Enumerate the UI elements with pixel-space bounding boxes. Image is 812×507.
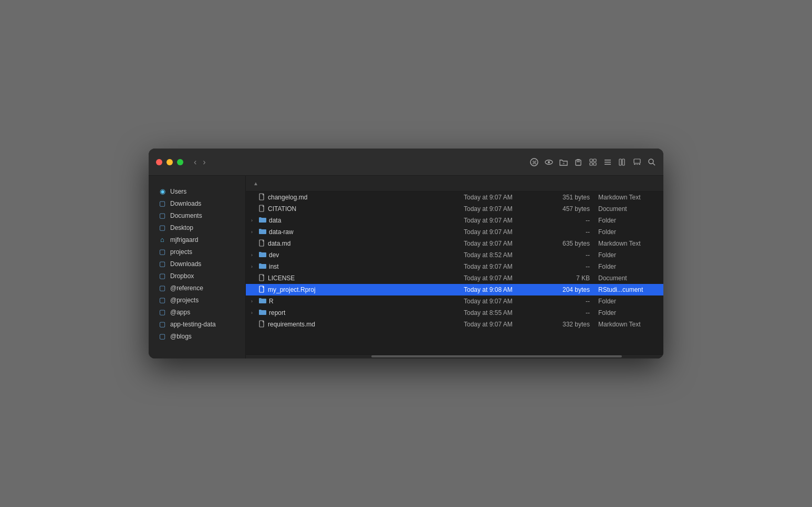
svg-text:+: + xyxy=(563,161,565,166)
file-modified-data: Today at 9:07 AM xyxy=(464,217,543,224)
content-area: ◉ Users ▢ Downloads ▢ Documents ▢ Deskto… xyxy=(149,176,663,358)
gallery-icon[interactable] xyxy=(633,158,641,166)
list-icon[interactable] xyxy=(603,158,612,166)
file-size-license: 7 KB xyxy=(543,274,590,282)
sidebar-item-blogs[interactable]: ▢ @blogs xyxy=(151,330,243,342)
sidebar-icon-apptesting: ▢ xyxy=(158,320,166,328)
sidebar-item-mjfrigaard[interactable]: ⌂ mjfrigaard xyxy=(151,234,243,246)
sidebar-label-apptesting: app-testing-data xyxy=(170,321,216,328)
new-folder-icon[interactable]: + xyxy=(559,158,568,166)
horizontal-scrollbar[interactable] xyxy=(246,354,663,358)
file-row-r[interactable]: › R Today at 9:07 AM -- Folder xyxy=(246,295,663,307)
expand-arrow-dev[interactable]: › xyxy=(251,252,256,258)
main-pane: ▲ changelog.md Today at 9:07 AM 351 byte… xyxy=(246,176,663,358)
tag-icon[interactable]: ⌘ xyxy=(530,158,538,166)
file-size-citation: 457 bytes xyxy=(543,205,590,213)
svg-rect-8 xyxy=(594,159,596,162)
expand-arrow-dataraw[interactable]: › xyxy=(251,229,256,235)
file-kind-inst: Folder xyxy=(590,263,658,270)
svg-point-20 xyxy=(649,159,653,164)
file-size-datamd: 635 bytes xyxy=(543,240,590,247)
sidebar-icon-atprojects: ▢ xyxy=(158,296,166,304)
file-name-dev: dev xyxy=(269,251,279,259)
svg-rect-9 xyxy=(590,163,592,165)
expand-arrow-data[interactable]: › xyxy=(251,218,256,223)
file-row-citation[interactable]: CITATION Today at 9:07 AM 457 bytes Docu… xyxy=(246,203,663,215)
file-row-report[interactable]: › report Today at 8:55 AM -- Folder xyxy=(246,307,663,319)
sidebar-icon-documents: ▢ xyxy=(158,212,166,219)
sidebar-label-downloads2: Downloads xyxy=(170,260,201,268)
file-row-data[interactable]: › data Today at 9:07 AM -- Folder xyxy=(246,215,663,226)
expand-arrow-r[interactable]: › xyxy=(251,299,256,304)
file-row-changelog[interactable]: changelog.md Today at 9:07 AM 351 bytes … xyxy=(246,192,663,203)
file-row-myproject[interactable]: my_project.Rproj Today at 9:08 AM 204 by… xyxy=(246,284,663,295)
scrollbar-thumb xyxy=(371,355,622,357)
file-list: changelog.md Today at 9:07 AM 351 bytes … xyxy=(246,192,663,354)
sidebar-label-blogs: @blogs xyxy=(170,333,192,340)
expand-arrow-inst[interactable]: › xyxy=(251,264,256,269)
columns-icon[interactable] xyxy=(618,158,627,166)
svg-rect-16 xyxy=(634,159,640,163)
svg-rect-15 xyxy=(622,159,624,165)
titlebar: ‹ › ⌘ + xyxy=(149,149,663,176)
delete-icon[interactable] xyxy=(574,158,582,166)
close-button[interactable] xyxy=(156,159,162,165)
file-row-dataraw[interactable]: › data-raw Today at 9:07 AM -- Folder xyxy=(246,226,663,238)
file-icon-report xyxy=(259,309,266,317)
sidebar-label-downloads1: Downloads xyxy=(170,200,201,207)
file-row-dev[interactable]: › dev Today at 8:52 AM -- Folder xyxy=(246,249,663,261)
file-kind-myproject: RStudi...cument xyxy=(590,286,658,293)
back-button[interactable]: ‹ xyxy=(192,156,199,168)
forward-button[interactable]: › xyxy=(201,156,207,168)
file-name-license: LICENSE xyxy=(268,274,295,282)
sidebar-label-desktop: Desktop xyxy=(170,224,193,231)
file-row-requirements[interactable]: requirements.md Today at 9:07 AM 332 byt… xyxy=(246,319,663,330)
sidebar: ◉ Users ▢ Downloads ▢ Documents ▢ Deskto… xyxy=(149,176,246,358)
file-name-col-citation: CITATION xyxy=(251,205,464,214)
sidebar-item-desktop[interactable]: ▢ Desktop xyxy=(151,221,243,234)
file-modified-r: Today at 9:07 AM xyxy=(464,298,543,305)
expand-arrow-report[interactable]: › xyxy=(251,310,256,315)
file-size-data: -- xyxy=(543,217,590,224)
file-row-datamd[interactable]: data.md Today at 9:07 AM 635 bytes Markd… xyxy=(246,238,663,249)
sidebar-item-users[interactable]: ◉ Users xyxy=(151,185,243,197)
sidebar-item-apps[interactable]: ▢ @apps xyxy=(151,306,243,318)
minimize-button[interactable] xyxy=(166,159,173,165)
sidebar-item-projects[interactable]: ▢ projects xyxy=(151,246,243,258)
sidebar-label-atprojects: @projects xyxy=(170,297,199,304)
col-name-header[interactable]: ▲ xyxy=(251,181,464,186)
svg-rect-10 xyxy=(594,163,596,165)
sidebar-icon-mjfrigaard: ⌂ xyxy=(158,236,166,244)
file-kind-data: Folder xyxy=(590,217,658,224)
file-size-dataraw: -- xyxy=(543,228,590,236)
column-headers: ▲ xyxy=(246,176,663,192)
file-name-col-dev: › dev xyxy=(251,251,464,259)
file-kind-changelog: Markdown Text xyxy=(590,194,658,201)
sidebar-item-apptesting[interactable]: ▢ app-testing-data xyxy=(151,318,243,330)
finder-window: ‹ › ⌘ + xyxy=(149,149,663,358)
file-name-requirements: requirements.md xyxy=(268,321,315,328)
sidebar-icon-projects: ▢ xyxy=(158,248,166,256)
sidebar-item-downloads1[interactable]: ▢ Downloads xyxy=(151,197,243,209)
sidebar-item-atprojects[interactable]: ▢ @projects xyxy=(151,294,243,306)
file-size-dev: -- xyxy=(543,251,590,259)
file-modified-datamd: Today at 9:07 AM xyxy=(464,240,543,247)
file-size-report: -- xyxy=(543,309,590,316)
sidebar-item-dropbox[interactable]: ▢ Dropbox xyxy=(151,270,243,282)
sidebar-item-documents[interactable]: ▢ Documents xyxy=(151,209,243,221)
maximize-button[interactable] xyxy=(177,159,183,165)
file-modified-myproject: Today at 9:08 AM xyxy=(464,286,543,293)
file-kind-license: Document xyxy=(590,274,658,282)
grid-icon[interactable] xyxy=(589,158,597,166)
file-row-inst[interactable]: › inst Today at 9:07 AM -- Folder xyxy=(246,261,663,272)
search-icon[interactable] xyxy=(648,158,656,166)
file-kind-datamd: Markdown Text xyxy=(590,240,658,247)
preview-icon[interactable] xyxy=(545,158,553,166)
file-row-license[interactable]: LICENSE Today at 9:07 AM 7 KB Document xyxy=(246,272,663,284)
file-icon-requirements xyxy=(259,320,265,329)
file-icon-citation xyxy=(259,205,265,214)
file-name-inst: inst xyxy=(269,263,279,270)
svg-rect-5 xyxy=(576,160,581,165)
sidebar-item-reference[interactable]: ▢ @reference xyxy=(151,282,243,294)
sidebar-item-downloads2[interactable]: ▢ Downloads xyxy=(151,258,243,270)
